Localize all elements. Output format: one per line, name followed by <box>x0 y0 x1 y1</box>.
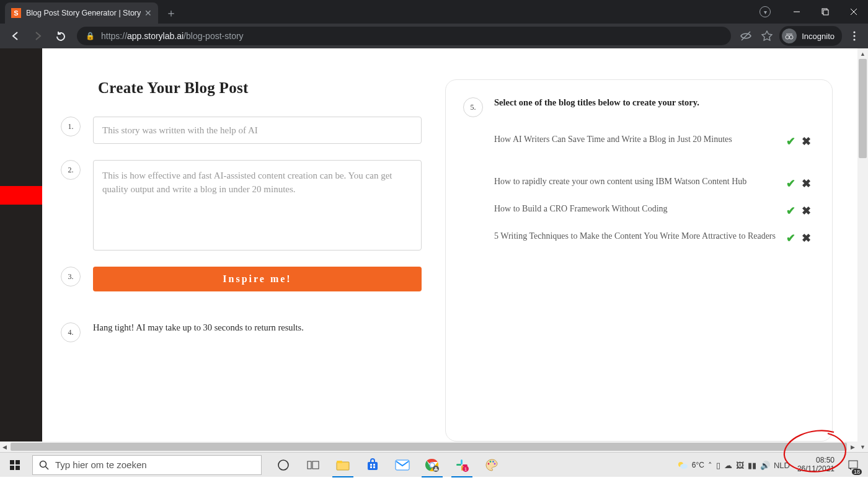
reject-icon[interactable]: ✖ <box>802 231 811 245</box>
svg-rect-30 <box>456 464 461 466</box>
results-instruction: Select one of the blog titles below to c… <box>494 97 699 108</box>
vertical-scrollbar[interactable]: ▲ ▼ <box>857 48 868 452</box>
svg-point-38 <box>494 463 496 464</box>
taskbar-weather[interactable]: 6°C <box>676 459 704 471</box>
taskbar-chrome-icon[interactable] <box>418 453 446 477</box>
notification-count: 18 <box>852 469 862 475</box>
tray-chevron-icon[interactable]: ˄ <box>708 461 712 470</box>
svg-rect-41 <box>849 461 857 468</box>
bookmark-star-icon[interactable] <box>758 27 776 45</box>
svg-point-36 <box>490 461 492 463</box>
tray-onedrive-icon[interactable]: ☁ <box>724 461 732 470</box>
scroll-thumb[interactable] <box>859 59 867 158</box>
tracking-eye-icon[interactable] <box>737 27 755 45</box>
url-text: https://app.storylab.ai/blog-post-story <box>101 31 244 41</box>
svg-rect-15 <box>312 461 319 469</box>
svg-line-5 <box>742 32 750 40</box>
hscroll-thumb[interactable] <box>11 443 847 451</box>
scroll-right-icon[interactable]: ▶ <box>851 444 855 450</box>
browser-viewport: Create Your Blog Post 1. This story was … <box>0 48 868 452</box>
taskbar-clock[interactable]: 08:50 26/11/2021 <box>794 456 838 474</box>
step-bubble-4: 4. <box>61 322 81 342</box>
tab-favicon: S <box>11 8 21 18</box>
nav-reload-button[interactable] <box>50 25 71 47</box>
nav-forward-button[interactable] <box>27 25 48 47</box>
browser-tab[interactable]: S Blog Post Story Generator | Story ✕ <box>5 2 158 24</box>
svg-rect-2 <box>823 10 828 15</box>
svg-point-35 <box>488 463 490 464</box>
svg-rect-29 <box>461 459 463 464</box>
svg-rect-21 <box>370 466 372 468</box>
taskbar-notifications-button[interactable]: 18 <box>842 453 864 477</box>
tray-icons[interactable]: ˄ ▯ ☁ 🖼 ▮▮ 🔊 NLD <box>708 461 790 470</box>
svg-point-13 <box>278 460 288 470</box>
reject-icon[interactable]: ✖ <box>802 177 811 190</box>
svg-rect-18 <box>368 462 378 470</box>
suggestion-text[interactable]: 5 Writing Techniques to Make the Content… <box>494 230 780 242</box>
tray-battery-icon[interactable]: ▮▮ <box>748 461 756 470</box>
account-status-icon[interactable]: ▾ <box>754 0 782 24</box>
taskbar-slack-icon[interactable]: 1 <box>448 453 476 477</box>
taskbar-search-input[interactable]: Typ hier om te zoeken <box>32 455 262 475</box>
accept-icon[interactable]: ✔ <box>786 177 795 190</box>
suggestion-text[interactable]: How AI Writers Can Save Time and Write a… <box>494 133 780 146</box>
scroll-left-icon[interactable]: ◀ <box>2 444 7 450</box>
accept-icon[interactable]: ✔ <box>786 204 795 218</box>
page-sheet: Create Your Blog Post 1. This story was … <box>42 48 857 441</box>
svg-rect-14 <box>308 461 311 469</box>
taskbar-cortana-icon[interactable] <box>269 453 298 477</box>
taskbar-date: 26/11/2021 <box>797 465 835 474</box>
scroll-up-icon[interactable]: ▲ <box>857 48 868 59</box>
incognito-indicator[interactable]: Incognito <box>779 26 842 46</box>
incognito-icon <box>782 29 797 43</box>
reject-icon[interactable]: ✖ <box>802 204 811 218</box>
suggestion-row: 5 Writing Techniques to Make the Content… <box>463 226 811 254</box>
svg-point-37 <box>492 461 494 463</box>
window-maximize-button[interactable] <box>811 0 839 24</box>
taskbar-paint-icon[interactable] <box>477 453 506 477</box>
topic-input-text: This story was written with the help of … <box>102 125 258 136</box>
suggestion-row: How to rapidly create your own content u… <box>463 157 811 199</box>
window-minimize-button[interactable] <box>782 0 811 24</box>
search-icon <box>39 460 49 470</box>
window-close-button[interactable] <box>839 0 868 24</box>
new-tab-button[interactable]: ＋ <box>158 2 184 24</box>
taskbar-store-icon[interactable] <box>358 453 387 477</box>
step-bubble-3: 3. <box>61 267 81 286</box>
accept-icon[interactable]: ✔ <box>786 135 795 148</box>
start-button[interactable] <box>0 453 30 477</box>
taskbar-explorer-icon[interactable] <box>329 453 357 477</box>
nav-back-button[interactable] <box>5 25 26 47</box>
browser-menu-button[interactable] <box>846 27 863 45</box>
taskbar-mail-icon[interactable] <box>388 453 417 477</box>
tray-battery-icon2[interactable]: ▯ <box>716 461 720 470</box>
reject-icon[interactable]: ✖ <box>802 135 811 148</box>
tray-volume-icon[interactable]: 🔊 <box>760 461 770 470</box>
scroll-down-icon[interactable]: ▼ <box>857 441 868 452</box>
horizontal-scrollbar[interactable]: ◀ ▶ <box>0 441 857 452</box>
inspire-me-button[interactable]: Inspire me! <box>93 267 422 291</box>
page-title: Create Your Blog Post <box>98 79 427 97</box>
topic-input[interactable]: This story was written with the help of … <box>93 117 422 144</box>
accept-icon[interactable]: ✔ <box>786 231 795 245</box>
tab-close-icon[interactable]: ✕ <box>144 8 152 18</box>
sidebar-red-accent <box>0 186 42 205</box>
taskbar-taskview-icon[interactable] <box>299 453 327 477</box>
description-text: This is how effective and fast AI-assist… <box>102 171 392 194</box>
tray-photos-icon[interactable]: 🖼 <box>736 461 744 470</box>
suggestion-text[interactable]: How to Build a CRO Framework Without Cod… <box>494 203 780 215</box>
svg-rect-19 <box>370 464 372 466</box>
lock-icon: 🔒 <box>86 32 95 40</box>
address-bar[interactable]: 🔒 https://app.storylab.ai/blog-post-stor… <box>77 27 731 45</box>
suggestion-text[interactable]: How to rapidly create your own content u… <box>494 175 780 188</box>
svg-point-7 <box>789 35 793 39</box>
windows-logo-icon <box>10 460 20 470</box>
taskbar-time: 08:50 <box>797 456 835 465</box>
browser-toolbar: 🔒 https://app.storylab.ai/blog-post-stor… <box>0 24 868 48</box>
svg-rect-17 <box>337 461 342 463</box>
svg-point-26 <box>430 463 434 466</box>
description-textarea[interactable]: This is how effective and fast AI-assist… <box>93 160 422 251</box>
tab-title: Blog Post Story Generator | Story <box>26 9 141 17</box>
step-bubble-1: 1. <box>61 117 81 136</box>
tray-language[interactable]: NLD <box>774 461 790 470</box>
